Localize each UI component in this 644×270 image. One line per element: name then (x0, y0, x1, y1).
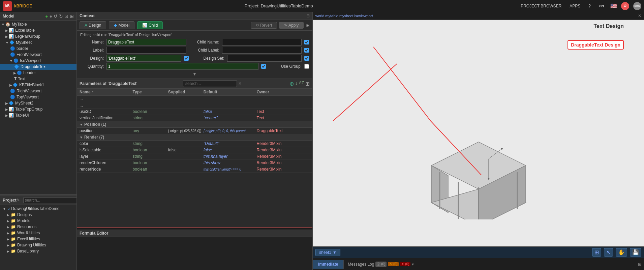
name-input[interactable] (106, 39, 186, 46)
language-flag[interactable]: 🇺🇸 (610, 3, 617, 9)
child-tab[interactable]: 📊 Child (137, 21, 163, 29)
proj-item-drawingutilities[interactable]: ▶ 📁 Drawing Utilities (0, 242, 76, 248)
group-icon: 📊 (9, 34, 14, 39)
design-input[interactable] (106, 55, 181, 62)
model-icon-4[interactable]: ↻ (59, 13, 63, 19)
sort-param-btn[interactable]: ↓ (295, 81, 298, 87)
add-param-btn[interactable]: ⊕ (289, 81, 294, 87)
col-header-default: Default (204, 90, 257, 94)
revert-button[interactable]: ↺ Revert (251, 22, 277, 29)
proj-label: Models (17, 218, 30, 223)
tree-item-mysheet2[interactable]: ▶ 🔷 MySheet2 (0, 100, 76, 106)
expand-immediate-btn[interactable]: ⊞ (635, 261, 644, 268)
tree-item-isoviewport[interactable]: ▼ 🔵 IsoViewport (0, 58, 76, 64)
quantity-checkbox[interactable] (261, 64, 266, 69)
model-icon-1[interactable]: ● (45, 13, 48, 19)
save-view-btn[interactable]: 💾 (630, 248, 641, 257)
sheet-button[interactable]: sheet1 ▼ (315, 249, 340, 256)
project-tree: ▼ ○ DrawingUtilitiesTableDemo ▶ 📁 Design… (0, 205, 76, 270)
quantity-input[interactable] (106, 63, 258, 70)
search-clear-btn[interactable]: ✕ (238, 81, 242, 86)
tree-item-frontviewport[interactable]: 🔵 FrontViewport (0, 52, 76, 58)
child-name-checkbox[interactable] (304, 40, 309, 44)
proj-item-baselibrary[interactable]: ▶ 📁 BaseLibrary (0, 248, 76, 254)
tree-item-tableui[interactable]: ▶ 📊 TableUI (0, 112, 76, 118)
help-btn[interactable]: ? (586, 3, 593, 9)
immediate-tab[interactable]: Immediate (313, 260, 344, 269)
child-name-input[interactable] (222, 39, 302, 46)
proj-item-models[interactable]: ▶ 📁 Models (0, 218, 76, 224)
select-tool-btn[interactable]: ↖ (604, 248, 613, 257)
tree-item-mytable[interactable]: ▼ 🏠 MyTable (0, 21, 76, 27)
project-title-label: Project (3, 198, 17, 203)
settings-icon[interactable]: ⚙ (621, 2, 629, 10)
proj-label: Resources (17, 224, 36, 229)
user-icon[interactable]: kBR (633, 2, 641, 10)
arrow-icon: ▶ (7, 249, 9, 253)
svg-line-10 (373, 47, 431, 121)
tree-item-exceltable[interactable]: ▶ 📊 ExcelTable (0, 27, 76, 33)
params-title: Parameters of 'DraggableText' (80, 81, 137, 86)
tree-item-tabletopgroup[interactable]: ▶ 📊 TableTopGroup (0, 106, 76, 112)
params-search-input[interactable] (183, 80, 237, 87)
pan-tool-btn[interactable]: ✋ (616, 248, 627, 257)
model-icon-6[interactable]: ⊞ (70, 13, 74, 19)
apply-button[interactable]: ✎ Apply (279, 22, 304, 29)
apps-btn[interactable]: APPS (568, 3, 582, 9)
expand-icon[interactable]: ⊞ (306, 23, 310, 28)
design-set-checkbox[interactable] (304, 56, 309, 61)
fit-view-btn[interactable]: ⊞ (592, 248, 601, 257)
tree-item-leader[interactable]: ▶ 🔵 Leader (0, 70, 76, 76)
model-tab[interactable]: ◆ Model (109, 21, 134, 29)
design-row: Design: Design Set: (80, 55, 309, 62)
proj-item-excelutilities[interactable]: ▶ 📁 ExcelUtilities (0, 236, 76, 242)
proj-item-resources[interactable]: ▶ 📁 Resources (0, 224, 76, 230)
tree-item-mysheet[interactable]: ▼ 🔷 MySheet (0, 39, 76, 46)
table-diagram (421, 132, 536, 219)
arrow-icon: ▶ (7, 225, 9, 229)
circle-icon: ○ (7, 206, 10, 211)
design-checkbox[interactable] (184, 56, 189, 61)
render-section[interactable]: ▼ Render (7) (77, 134, 312, 141)
messages-tab[interactable]: Messages Log ⓘ (0) ⚠ (0) ✗ (0) ▾ (344, 260, 418, 269)
position-section[interactable]: ▼ Position (1) (77, 121, 312, 128)
arrow-icon: ▶ (5, 101, 8, 105)
design-set-input[interactable] (227, 55, 302, 62)
expand-params-btn[interactable]: ⊞ (305, 81, 310, 87)
tree-item-topviewport[interactable]: 🔵 TopViewport (0, 94, 76, 100)
proj-item-wordutilities[interactable]: ▶ 📁 WordUtilities (0, 230, 76, 236)
model-icon-5[interactable]: ⊡ (64, 13, 68, 19)
expand-center-icon[interactable]: ⊞ (306, 13, 310, 18)
model-icon-3[interactable]: ↺ (54, 13, 58, 19)
project-search-input[interactable] (23, 197, 76, 203)
proj-item-root[interactable]: ▼ ○ DrawingUtilitiesTableDemo (0, 206, 76, 212)
form-expand-icon[interactable]: ▼ (192, 71, 197, 77)
alpha-sort-btn[interactable]: AZ (299, 81, 304, 87)
messages-expand-icon[interactable]: ▾ (412, 262, 414, 267)
panel-path: world.mytable.mysheet.isoviewport (315, 14, 373, 18)
project-browser-btn[interactable]: PROJECT BROWSER (519, 3, 563, 9)
app-logo: kB kBRiDGE (3, 1, 32, 11)
tree-item-text[interactable]: T Text (0, 76, 76, 82)
tree-item-kbtitleblock[interactable]: ▶ 🔷 KBTitleBlock1 (0, 82, 76, 88)
child-label-checkbox[interactable] (304, 48, 309, 53)
pencil-icon: ✎ (17, 198, 20, 203)
model-icon-2[interactable]: ● (50, 13, 52, 19)
section-arrow-icon: ▼ (80, 136, 83, 139)
arrow-icon: ▶ (13, 71, 16, 75)
design-tab[interactable]: A Design (80, 21, 106, 29)
label-input[interactable] (106, 47, 186, 54)
use-group-checkbox[interactable] (304, 64, 309, 69)
tree-item-rightviewport[interactable]: 🔵 RightViewport (0, 88, 76, 94)
tree-item-border[interactable]: 🔵 border (0, 46, 76, 52)
col-header-name: Name ↑ (80, 90, 133, 94)
child-label-input[interactable] (222, 47, 302, 54)
proj-label: BaseLibrary (17, 249, 39, 253)
mail-btn[interactable]: ✉▾ (597, 3, 606, 9)
close-panel-btn[interactable]: ✕ (638, 13, 641, 18)
tree-item-legpairgroup[interactable]: ▶ 📊 LegPairGroup (0, 33, 76, 39)
tree-label: MySheet (16, 40, 32, 45)
proj-item-designs[interactable]: ▶ 📁 Designs (0, 212, 76, 218)
tree-item-draggabletext[interactable]: 🔷 DraggableText (0, 64, 76, 70)
formula-body[interactable] (77, 237, 312, 270)
